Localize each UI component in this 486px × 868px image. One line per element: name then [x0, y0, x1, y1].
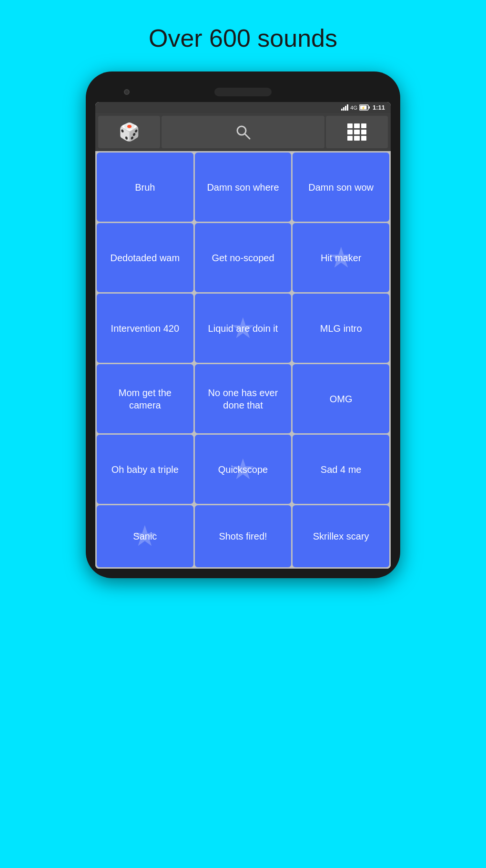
sound-btn-sanic[interactable]: Sanic — [97, 505, 193, 567]
svg-rect-2 — [369, 106, 370, 109]
search-button[interactable] — [162, 116, 324, 148]
sound-btn-hit-maker[interactable]: Hit maker — [293, 223, 389, 292]
sound-btn-skrillex-scary[interactable]: Skrillex scary — [293, 505, 389, 567]
phone-mockup: 4G ⚡ 1:11 🎲 — [86, 71, 400, 578]
toolbar: 🎲 — [95, 113, 391, 151]
sound-btn-mlg-intro[interactable]: MLG intro — [293, 294, 389, 363]
sound-btn-sad-4-me[interactable]: Sad 4 me — [293, 435, 389, 504]
sound-btn-intervention-420[interactable]: Intervention 420 — [97, 294, 193, 363]
dice-button[interactable]: 🎲 — [98, 116, 160, 148]
svg-text:⚡: ⚡ — [361, 106, 365, 110]
sound-btn-damn-son-wow[interactable]: Damn son wow — [293, 153, 389, 222]
sound-btn-bruh[interactable]: Bruh — [97, 153, 193, 222]
sound-btn-mom-get-the-camera[interactable]: Mom get the camera — [97, 364, 193, 433]
sound-btn-damn-son-where[interactable]: Damn son where — [195, 153, 292, 222]
phone-screen: 4G ⚡ 1:11 🎲 — [95, 102, 391, 569]
svg-line-5 — [245, 134, 250, 139]
page-title: Over 600 sounds — [149, 24, 337, 52]
grid-view-button[interactable] — [326, 116, 388, 148]
phone-camera — [124, 89, 130, 95]
status-bar: 4G ⚡ 1:11 — [95, 102, 391, 113]
battery-icon: ⚡ — [359, 104, 370, 111]
sound-btn-get-no-scoped[interactable]: Get no-scoped — [195, 223, 292, 292]
sound-btn-shots-fired[interactable]: Shots fired! — [195, 505, 292, 567]
sound-btn-dedotaded-wam[interactable]: Dedotaded wam — [97, 223, 193, 292]
network-type: 4G — [350, 105, 357, 111]
sound-btn-quickscope[interactable]: Quickscope — [195, 435, 292, 504]
grid-icon — [347, 123, 366, 141]
sound-btn-omg[interactable]: OMG — [293, 364, 389, 433]
phone-speaker — [214, 88, 272, 96]
sound-grid: BruhDamn son whereDamn son wowDedotaded … — [95, 151, 391, 569]
dice-icon: 🎲 — [119, 122, 140, 142]
sound-btn-oh-baby-a-triple[interactable]: Oh baby a triple — [97, 435, 193, 504]
sound-btn-no-one-has-ever-done-that[interactable]: No one has ever done that — [195, 364, 292, 433]
status-time: 1:11 — [373, 104, 385, 111]
signal-icon — [341, 104, 348, 111]
sound-btn-liquid-are-doin-it[interactable]: Liquid are doin it — [195, 294, 292, 363]
status-icons: 4G ⚡ — [341, 104, 370, 111]
phone-top — [95, 81, 391, 102]
search-icon — [234, 123, 252, 141]
